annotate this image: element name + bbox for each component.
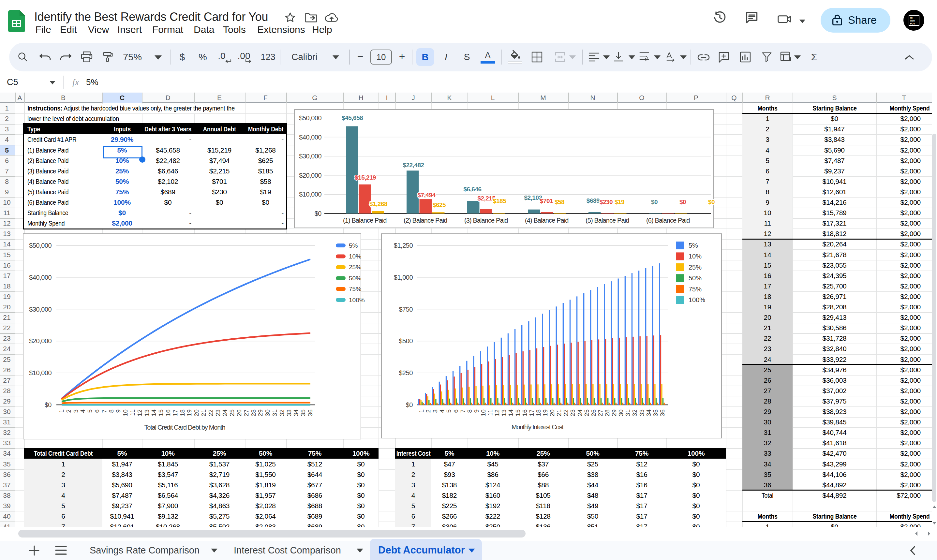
svg-text:$185: $185	[493, 197, 506, 205]
svg-text:$701: $701	[540, 197, 553, 205]
svg-text:9: 9	[115, 409, 122, 413]
svg-text:8: 8	[466, 409, 473, 413]
svg-text:13: 13	[143, 409, 150, 416]
svg-text:27: 27	[597, 409, 604, 416]
svg-text:34: 34	[645, 409, 652, 417]
svg-text:29: 29	[611, 409, 617, 416]
svg-text:(5) Balance Paid: (5) Balance Paid	[586, 217, 629, 224]
svg-text:$0: $0	[708, 198, 715, 205]
svg-text:50%: 50%	[349, 275, 361, 282]
svg-text:23: 23	[569, 409, 576, 416]
svg-text:$40,000: $40,000	[299, 134, 322, 141]
svg-text:3: 3	[432, 409, 438, 413]
svg-text:10: 10	[480, 409, 487, 416]
svg-text:$40,000: $40,000	[29, 274, 52, 281]
svg-text:$1,000: $1,000	[394, 274, 413, 281]
svg-text:$20,000: $20,000	[299, 172, 322, 179]
svg-text:100%: 100%	[349, 297, 365, 303]
svg-text:27: 27	[243, 409, 250, 416]
svg-text:$22,482: $22,482	[403, 162, 424, 169]
svg-text:$6,646: $6,646	[463, 186, 481, 193]
svg-text:7: 7	[459, 409, 466, 413]
svg-text:31: 31	[271, 409, 278, 416]
svg-text:5%: 5%	[689, 242, 698, 249]
svg-text:25%: 25%	[349, 264, 361, 271]
svg-text:75%: 75%	[349, 286, 361, 292]
svg-text:32: 32	[278, 409, 285, 416]
svg-text:$7,494: $7,494	[417, 192, 435, 198]
svg-text:17: 17	[172, 409, 178, 416]
svg-text:$50,000: $50,000	[29, 242, 52, 249]
svg-text:Total Credit Card Debt by Mont: Total Credit Card Debt by Month	[145, 424, 226, 431]
svg-text:12: 12	[494, 409, 500, 416]
svg-text:35: 35	[652, 409, 659, 416]
svg-text:$0: $0	[406, 401, 413, 408]
svg-text:34: 34	[292, 409, 299, 417]
svg-text:26: 26	[236, 409, 243, 416]
svg-text:9: 9	[473, 409, 480, 413]
svg-text:36: 36	[307, 409, 314, 416]
svg-text:18: 18	[179, 409, 186, 416]
svg-text:(1) Balance Paid: (1) Balance Paid	[343, 217, 387, 224]
svg-text:$0: $0	[651, 198, 658, 205]
svg-text:11: 11	[487, 409, 494, 416]
svg-text:13: 13	[500, 409, 507, 416]
svg-text:10%: 10%	[349, 253, 361, 260]
svg-text:5: 5	[86, 409, 93, 413]
svg-text:5: 5	[445, 409, 452, 413]
svg-text:15: 15	[514, 409, 521, 416]
svg-text:$1,268: $1,268	[369, 200, 387, 207]
svg-text:29: 29	[257, 409, 264, 416]
svg-text:1: 1	[58, 409, 65, 413]
svg-text:$45,658: $45,658	[342, 114, 363, 121]
svg-text:75%: 75%	[689, 286, 702, 293]
svg-text:(6) Balance Paid: (6) Balance Paid	[646, 217, 690, 224]
svg-text:$1,250: $1,250	[394, 242, 413, 249]
svg-text:28: 28	[250, 409, 257, 416]
svg-text:$689: $689	[586, 197, 600, 204]
svg-text:3: 3	[72, 409, 79, 413]
svg-text:2: 2	[65, 409, 72, 413]
svg-text:6: 6	[94, 409, 100, 413]
svg-text:$19: $19	[615, 198, 624, 205]
svg-text:22: 22	[562, 409, 569, 416]
svg-text:1: 1	[418, 409, 425, 413]
svg-text:33: 33	[639, 409, 645, 416]
svg-text:$0: $0	[45, 401, 52, 408]
svg-text:24: 24	[222, 409, 228, 417]
svg-text:$30,000: $30,000	[299, 152, 322, 160]
svg-text:Monthly Interest Cost: Monthly Interest Cost	[512, 423, 564, 431]
svg-text:20: 20	[193, 409, 200, 416]
svg-text:23: 23	[214, 409, 222, 416]
svg-text:100%: 100%	[689, 296, 705, 303]
svg-text:$30,000: $30,000	[29, 306, 52, 313]
svg-text:21: 21	[200, 409, 207, 416]
svg-text:7: 7	[101, 409, 108, 413]
svg-text:30: 30	[617, 409, 624, 416]
svg-text:14: 14	[150, 409, 157, 417]
svg-text:$750: $750	[399, 306, 413, 313]
svg-text:14: 14	[507, 409, 514, 417]
svg-text:$10,000: $10,000	[299, 191, 322, 198]
svg-text:2: 2	[425, 409, 432, 413]
svg-text:$625: $625	[432, 202, 446, 208]
svg-text:16: 16	[165, 409, 171, 416]
svg-text:32: 32	[631, 409, 638, 416]
svg-text:5%: 5%	[349, 242, 358, 249]
svg-text:$0: $0	[679, 198, 686, 205]
svg-text:8: 8	[108, 409, 115, 413]
svg-text:6: 6	[452, 409, 459, 413]
svg-text:36: 36	[659, 409, 666, 416]
svg-text:$230: $230	[600, 198, 612, 205]
svg-text:17: 17	[528, 409, 535, 416]
svg-text:19: 19	[186, 409, 193, 416]
svg-text:25%: 25%	[689, 264, 702, 271]
svg-text:4: 4	[79, 409, 86, 413]
svg-text:$500: $500	[399, 337, 413, 345]
svg-text:24: 24	[576, 409, 583, 417]
svg-text:18: 18	[535, 409, 542, 416]
svg-text:$20,000: $20,000	[29, 337, 52, 345]
svg-text:16: 16	[521, 409, 528, 416]
svg-text:4: 4	[438, 409, 445, 413]
svg-text:10: 10	[122, 409, 129, 416]
